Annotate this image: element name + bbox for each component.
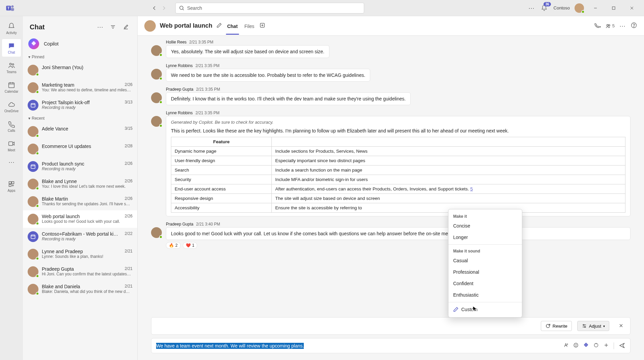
copilot-compose-button[interactable]	[583, 342, 589, 349]
rail-onedrive[interactable]: OneDrive	[2, 98, 21, 115]
adjust-casual[interactable]: Casual	[448, 255, 522, 266]
close-button[interactable]	[625, 3, 639, 13]
caret-down-icon: ▾	[28, 55, 30, 59]
avatar	[28, 144, 38, 154]
compose-text[interactable]: We have a team event next month. We will…	[156, 343, 560, 349]
avatar	[28, 214, 38, 224]
avatar	[28, 266, 38, 277]
chat-list-item[interactable]: Adele Vance3/15	[23, 123, 137, 140]
menu-section-label: Make it sound	[448, 246, 522, 255]
chatlist-more-button[interactable]: ⋯	[95, 22, 105, 32]
recent-section-header[interactable]: ▾Recent	[23, 114, 137, 123]
compose-box[interactable]: We have a team event next month. We will…	[151, 338, 631, 353]
conv-more-button[interactable]: ⋯	[619, 22, 626, 30]
video-icon	[7, 140, 16, 148]
edit-title-button[interactable]	[216, 23, 222, 29]
reaction-fire[interactable]: 🔥 2	[166, 242, 181, 249]
adjust-longer[interactable]: Longer	[448, 232, 522, 243]
search-input[interactable]: Search	[175, 3, 364, 13]
copilot-pane-button[interactable]	[631, 22, 637, 30]
people-button[interactable]: 5	[606, 23, 615, 29]
chat-list-item[interactable]: Web portal launch2/26Looks good to me! G…	[23, 210, 137, 228]
table-cell: Especially important since two distinct …	[272, 156, 625, 166]
emoji-button[interactable]	[573, 342, 579, 349]
msg-time: 2/21 3:35 PM	[189, 40, 213, 44]
format-button[interactable]	[563, 342, 568, 349]
rail-calendar[interactable]: Calendar	[2, 78, 21, 96]
svg-rect-11	[12, 181, 14, 183]
close-copilot-bar[interactable]	[617, 321, 625, 331]
maximize-button[interactable]	[607, 3, 620, 13]
loop-button[interactable]	[593, 342, 599, 349]
reaction-heart[interactable]: ❤️ 1	[183, 242, 198, 249]
adjust-confident[interactable]: Confident	[448, 278, 522, 289]
chat-list-item[interactable]: Joni Sherman (You)	[23, 61, 137, 79]
user-avatar[interactable]	[575, 3, 584, 13]
svg-rect-13	[31, 103, 35, 107]
avatar	[28, 284, 38, 295]
pinned-section-header[interactable]: ▾Pinned	[23, 53, 137, 61]
new-chat-button[interactable]	[121, 22, 130, 32]
tab-files[interactable]: Files	[243, 18, 256, 34]
adjust-professional[interactable]: Professional	[448, 266, 522, 278]
chat-list-item[interactable]: Blake and Lynne2/26You: I love this idea…	[23, 175, 137, 193]
avatar	[28, 249, 38, 260]
chat-list-item[interactable]: Project Tailspin kick-off3/13Recording i…	[23, 96, 137, 114]
adjust-concise[interactable]: Concise	[448, 220, 522, 232]
chat-list-item[interactable]: Lynne and Pradeep2/21Lynne: Sounds like …	[23, 245, 137, 263]
rail-teams[interactable]: Teams	[2, 59, 21, 76]
nav-forward-button[interactable]	[159, 3, 169, 13]
svg-point-22	[584, 327, 585, 328]
chat-list-item[interactable]: Contoso+Fabrikam - Web portal ki…2/22Rec…	[23, 228, 137, 245]
add-tab-button[interactable]	[260, 23, 265, 29]
calendar-icon	[7, 81, 16, 89]
chat-list-item[interactable]: Pradeep Gupta2/21Hi Joni. Can you confir…	[23, 263, 137, 280]
org-name: Contoso	[554, 5, 570, 10]
adjust-button[interactable]: Adjust ▾	[577, 321, 609, 331]
svg-point-23	[574, 343, 578, 347]
teams-logo-icon: T	[5, 3, 15, 13]
chat-item-date: 2/22	[125, 231, 133, 237]
table-cell: Include MFA and/or biometric sign-in for…	[272, 175, 625, 184]
svg-point-6	[10, 63, 12, 65]
minimize-button[interactable]	[589, 3, 602, 13]
chat-list-item[interactable]: Ecommerce UI updates2/28	[23, 140, 137, 158]
adjust-enthusiastic[interactable]: Enthusiastic	[448, 289, 522, 301]
chat-item-date: 2/28	[125, 144, 133, 149]
rail-calls[interactable]: Calls	[2, 117, 21, 135]
chat-list-item[interactable]: Product launch sync2/26Recording is read…	[23, 158, 137, 175]
reference-link[interactable]: 5	[470, 186, 473, 191]
table-header: Feature	[171, 137, 272, 147]
more-button[interactable]: ⋯	[528, 4, 535, 12]
rail-apps[interactable]: Apps	[2, 177, 21, 195]
chat-item-date: 2/26	[125, 161, 133, 167]
chat-item-preview: Blake: Daniela, what did you think of th…	[42, 289, 133, 294]
chat-item-name: Product launch sync	[42, 161, 84, 167]
chat-list-item[interactable]: Blake Martin2/26Thanks for sending the u…	[23, 193, 137, 210]
chat-item-name: Blake Martin	[42, 196, 68, 202]
copilot-icon	[28, 38, 39, 49]
copilot-item[interactable]: Copilot	[23, 35, 137, 53]
rail-chat[interactable]: Chat	[2, 39, 21, 57]
chat-list-item[interactable]: Marketing team2/26You: We also need to d…	[23, 79, 137, 96]
attach-button[interactable]	[604, 342, 609, 349]
svg-point-7	[12, 63, 14, 65]
svg-rect-10	[9, 181, 11, 183]
sliders-icon	[582, 323, 587, 329]
chat-list-item[interactable]: Blake and Daniela2/21Blake: Daniela, wha…	[23, 280, 137, 298]
rail-meet[interactable]: Meet	[2, 137, 21, 154]
nav-back-button[interactable]	[150, 3, 159, 13]
avatar	[28, 82, 38, 93]
msg-text: This is perfect. Looks like these are th…	[171, 128, 625, 133]
call-button[interactable]: ▾	[594, 23, 601, 29]
rail-activity[interactable]: Activity	[2, 20, 21, 37]
adjust-custom[interactable]: Custom	[448, 304, 522, 315]
notifications-button[interactable]: 36	[539, 3, 549, 13]
rail-more-button[interactable]: ⋯	[8, 158, 15, 166]
rewrite-button[interactable]: Rewrite	[541, 321, 572, 331]
people-icon	[7, 61, 16, 69]
send-button[interactable]	[619, 342, 625, 350]
svg-rect-2	[11, 8, 14, 11]
tab-chat[interactable]: Chat	[226, 18, 239, 34]
filter-button[interactable]	[108, 22, 118, 32]
